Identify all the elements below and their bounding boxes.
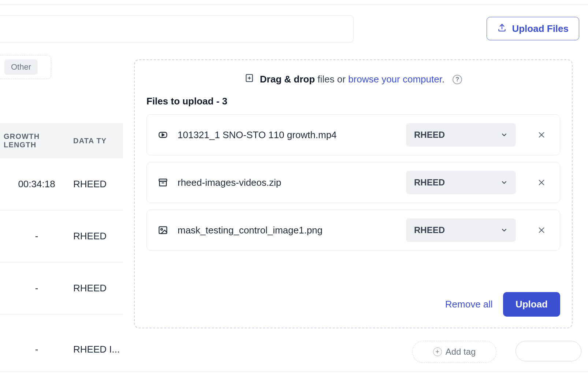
cell-data-type: RHEED I... (73, 344, 161, 355)
modal-footer: Remove all Upload (445, 292, 560, 317)
cell-growth-length: 00:34:18 (0, 178, 73, 190)
add-tag-label: Add tag (446, 347, 476, 357)
cell-data-type: RHEED (73, 231, 124, 242)
file-row: rheed-images-videos.zip RHEED (146, 162, 560, 203)
file-category-value: RHEED (414, 177, 445, 188)
remove-file-button[interactable] (533, 127, 550, 143)
help-icon[interactable]: ? (453, 75, 462, 84)
cell-growth-length: - (0, 344, 73, 355)
add-tag-button[interactable]: + Add tag (412, 341, 496, 363)
upload-files-label: Upload Files (512, 23, 569, 34)
video-icon (157, 130, 169, 140)
table-row[interactable]: - RHEED I... (0, 338, 161, 360)
remove-file-button[interactable] (533, 174, 550, 191)
filter-tag-other[interactable]: Other (4, 59, 38, 75)
dropzone[interactable]: Drag & drop files or browse your compute… (134, 59, 573, 328)
drag-drop-rest: files or (315, 74, 348, 85)
cell-data-type: RHEED (73, 283, 124, 294)
table-row[interactable]: - RHEED (0, 210, 124, 262)
cell-growth-length: - (0, 231, 73, 242)
dropzone-header: Drag & drop files or browse your compute… (146, 73, 560, 85)
period: . (442, 74, 444, 85)
col-header-growth-length[interactable]: GROWTH LENGTH (0, 132, 73, 149)
file-row: mask_testing_control_image1.png RHEED (146, 210, 560, 251)
svg-rect-4 (159, 227, 167, 234)
file-category-value: RHEED (414, 225, 445, 235)
status-badge (516, 341, 581, 361)
upload-icon (497, 23, 507, 35)
chevron-down-icon (500, 131, 508, 139)
image-icon (157, 225, 169, 235)
file-category-select[interactable]: RHEED (406, 123, 516, 147)
file-name: mask_testing_control_image1.png (178, 225, 397, 236)
remove-file-button[interactable] (533, 222, 550, 238)
search-input[interactable] (0, 15, 354, 43)
upload-button[interactable]: Upload (503, 292, 560, 317)
table-row[interactable]: 00:34:18 RHEED (0, 158, 124, 210)
upload-modal: Drag & drop files or browse your compute… (123, 48, 584, 339)
file-category-value: RHEED (414, 130, 445, 140)
svg-point-5 (161, 228, 163, 230)
svg-rect-3 (160, 181, 167, 186)
drag-drop-strong: Drag & drop (260, 74, 315, 85)
table-header-row: GROWTH LENGTH DATA TY (0, 123, 124, 158)
upload-files-button[interactable]: Upload Files (487, 17, 579, 40)
browse-link[interactable]: browse your computer (348, 74, 442, 85)
filter-tag-container: Other (0, 55, 51, 79)
data-table: GROWTH LENGTH DATA TY 00:34:18 RHEED - R… (0, 123, 124, 314)
plus-icon: + (433, 347, 442, 356)
chevron-down-icon (500, 179, 508, 186)
remove-all-link[interactable]: Remove all (445, 299, 493, 310)
file-row: 101321_1 SNO-STO 110 growth.mp4 RHEED (146, 114, 560, 155)
file-category-select[interactable]: RHEED (406, 218, 516, 242)
files-to-upload-label: Files to upload - 3 (146, 96, 560, 107)
file-name: 101321_1 SNO-STO 110 growth.mp4 (178, 129, 397, 141)
file-category-select[interactable]: RHEED (406, 171, 516, 194)
file-name: rheed-images-videos.zip (178, 177, 397, 188)
file-list: 101321_1 SNO-STO 110 growth.mp4 RHEED (146, 114, 560, 251)
cell-growth-length: - (0, 283, 73, 294)
top-divider (0, 4, 588, 5)
col-header-data-type[interactable]: DATA TY (73, 137, 124, 145)
bottom-divider (0, 372, 588, 372)
dropzone-instruction: Drag & drop files or browse your compute… (260, 74, 444, 85)
chevron-down-icon (500, 226, 508, 234)
add-file-icon (245, 73, 254, 85)
table-row[interactable]: - RHEED (0, 262, 124, 314)
cell-data-type: RHEED (73, 178, 124, 190)
archive-icon (157, 177, 169, 188)
